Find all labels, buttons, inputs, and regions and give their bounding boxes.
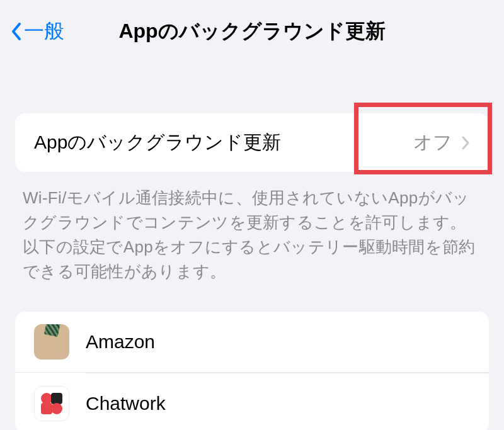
- chevron-left-icon: [10, 21, 23, 42]
- setting-value: オフ: [413, 130, 452, 156]
- app-row-amazon[interactable]: Amazon: [15, 312, 489, 373]
- chevron-right-icon: [461, 136, 470, 150]
- app-row-chatwork[interactable]: Chatwork: [15, 373, 489, 430]
- chatwork-app-icon: [34, 386, 69, 421]
- back-button[interactable]: 一般: [10, 18, 64, 45]
- amazon-app-icon: [34, 324, 69, 359]
- background-refresh-cell[interactable]: Appのバックグラウンド更新 オフ: [15, 113, 489, 172]
- navigation-bar: 一般 Appのバックグラウンド更新: [0, 0, 504, 63]
- setting-label: Appのバックグラウンド更新: [34, 130, 281, 156]
- main-setting-section: Appのバックグラウンド更新 オフ Wi-Fi/モバイル通信接続中に、使用されて…: [0, 113, 504, 284]
- section-footer-text: Wi-Fi/モバイル通信接続中に、使用されていないAppがバックグラウンドでコン…: [0, 172, 504, 284]
- app-name-label: Chatwork: [86, 393, 166, 414]
- page-title: Appのバックグラウンド更新: [118, 18, 385, 45]
- app-list: Amazon Chatwork: [15, 312, 489, 430]
- back-label: 一般: [24, 18, 64, 45]
- setting-value-wrap: オフ: [413, 130, 470, 156]
- app-name-label: Amazon: [86, 331, 155, 353]
